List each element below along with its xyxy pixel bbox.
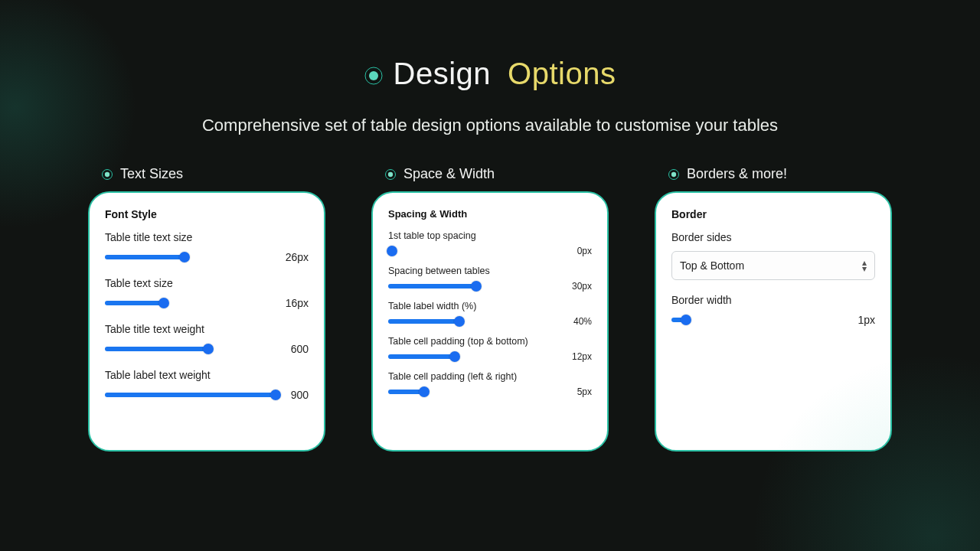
bullet-icon: [364, 57, 383, 91]
setting-value: 26px: [286, 251, 309, 263]
setting-label: Table cell padding (left & right): [388, 371, 592, 382]
column-title: Borders & more!: [668, 166, 892, 182]
slider-track[interactable]: [388, 386, 570, 397]
setting-value: 900: [291, 389, 309, 401]
slider-knob[interactable]: [270, 390, 281, 400]
slider-knob[interactable]: [387, 246, 397, 256]
setting-value: 5px: [577, 386, 592, 397]
page-subtitle: Comprehensive set of table design option…: [199, 112, 781, 139]
slider-knob[interactable]: [681, 315, 691, 325]
setting-row: Table cell padding (top & bottom)12px: [388, 336, 592, 362]
svg-point-5: [388, 172, 393, 177]
card-heading: Border: [671, 208, 875, 220]
slider-knob[interactable]: [203, 344, 214, 354]
setting-label: Border width: [671, 294, 875, 306]
svg-point-7: [671, 172, 676, 177]
setting-value: 0px: [577, 246, 592, 256]
page-title: Design Options: [364, 57, 616, 91]
select-label: Border sides: [671, 231, 875, 243]
setting-row: Table title text size26px: [105, 231, 309, 263]
slider-knob[interactable]: [158, 298, 169, 308]
slider-track[interactable]: [105, 344, 283, 354]
slider-knob[interactable]: [449, 351, 460, 362]
select-value: Top & Bottom: [680, 259, 744, 272]
setting-row: Border width1px: [671, 294, 875, 326]
bullet-icon: [385, 166, 396, 182]
setting-label: 1st table top spacing: [388, 230, 592, 241]
slider-knob[interactable]: [419, 386, 430, 397]
bullet-icon: [668, 166, 679, 182]
setting-row: Table title text weight600: [105, 323, 309, 355]
slider-track[interactable]: [388, 351, 564, 362]
setting-label: Table cell padding (top & bottom): [388, 336, 592, 347]
card-heading: Font Style: [105, 208, 309, 220]
column-title-text: Borders & more!: [687, 166, 787, 182]
setting-row: Spacing between tables30px: [388, 266, 592, 292]
settings-card: Font StyleTable title text size26pxTable…: [88, 191, 325, 452]
setting-value: 40%: [573, 316, 592, 327]
slider-knob[interactable]: [471, 281, 482, 292]
setting-row: 1st table top spacing0px: [388, 230, 592, 256]
setting-label: Table label width (%): [388, 301, 592, 311]
slider-track[interactable]: [388, 281, 564, 292]
setting-value: 30px: [572, 281, 592, 292]
setting-label: Table label text weight: [105, 369, 309, 381]
column-title-text: Space & Width: [403, 166, 495, 182]
slider-track[interactable]: [105, 252, 278, 262]
svg-point-1: [369, 71, 378, 80]
setting-value: 1px: [858, 314, 875, 326]
border-sides-select[interactable]: Top & Bottom▴▾: [671, 251, 875, 280]
slider-track[interactable]: [105, 298, 278, 308]
setting-row: Table label width (%)40%: [388, 301, 592, 327]
chevrons-icon: ▴▾: [862, 258, 867, 273]
title-word-options: Options: [508, 57, 616, 91]
column-title: Space & Width: [385, 166, 609, 182]
title-word-design: Design: [394, 57, 492, 91]
setting-label: Table text size: [105, 277, 309, 289]
setting-value: 16px: [286, 297, 309, 309]
setting-label: Spacing between tables: [388, 266, 592, 276]
card-heading: Spacing & Width: [388, 208, 592, 220]
setting-value: 12px: [572, 351, 592, 362]
slider-track[interactable]: [105, 390, 283, 400]
setting-label: Table title text weight: [105, 323, 309, 335]
setting-value: 600: [291, 343, 309, 355]
setting-label: Table title text size: [105, 231, 309, 243]
settings-card: Spacing & Width1st table top spacing0pxS…: [371, 191, 609, 452]
setting-row: Table text size16px: [105, 277, 309, 309]
slider-knob[interactable]: [179, 252, 190, 262]
slider-track[interactable]: [388, 316, 566, 327]
setting-row: Table cell padding (left & right)5px: [388, 371, 592, 397]
slider-track[interactable]: [671, 315, 850, 325]
slider-track[interactable]: [388, 246, 570, 256]
setting-row: Table label text weight900: [105, 369, 309, 401]
slider-knob[interactable]: [454, 316, 465, 327]
